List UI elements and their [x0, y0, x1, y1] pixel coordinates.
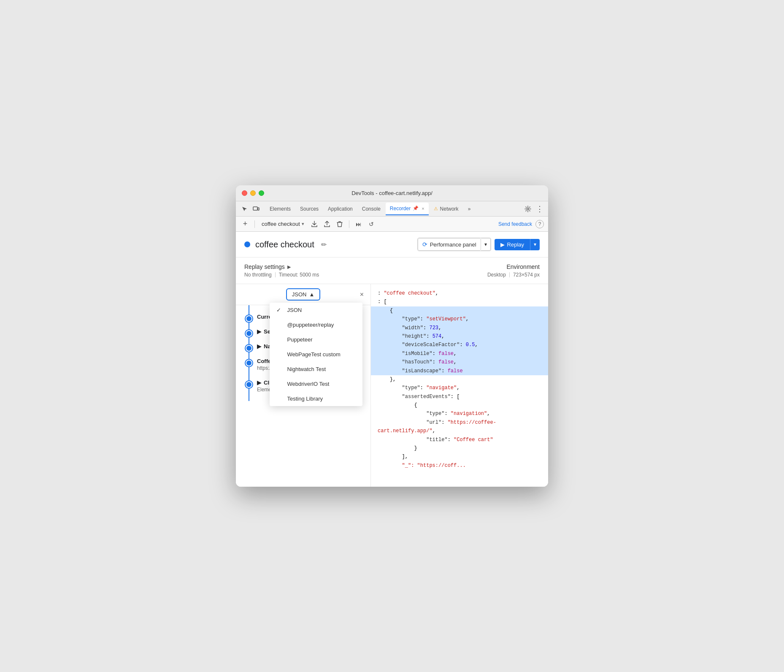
- window-title: DevTools - coffee-cart.netlify.app/: [351, 190, 433, 196]
- replay-button[interactable]: ▶ Replay: [495, 239, 530, 250]
- settings-row: Replay settings ▶ No throttling Timeout:…: [236, 257, 548, 284]
- cursor-icon[interactable]: [239, 204, 249, 214]
- edit-title-icon[interactable]: ✏: [321, 241, 327, 249]
- perf-panel-button[interactable]: ⟳ Performance panel: [418, 238, 481, 251]
- format-bar: JSON ▲ × ✓ JSON @puppeteer/replay: [236, 284, 370, 305]
- expand-arrow-icon-3: ▶: [257, 379, 261, 386]
- tab-bar-right: ⋮: [523, 204, 545, 214]
- tab-network[interactable]: ⚠ Network: [430, 203, 463, 215]
- perf-panel-dropdown[interactable]: ▾: [481, 238, 491, 251]
- recording-indicator: [244, 241, 250, 247]
- format-option-webdriverio[interactable]: WebdriverIO Test: [270, 377, 362, 391]
- title-bar: DevTools - coffee-cart.netlify.app/: [236, 185, 548, 201]
- help-button[interactable]: ?: [535, 220, 544, 228]
- expand-arrow-icon: ▶: [257, 328, 261, 335]
- code-line-20: ],: [378, 453, 541, 461]
- pin-icon: 📌: [413, 206, 419, 211]
- devtools-window: DevTools - coffee-cart.netlify.app/ Elem…: [236, 185, 548, 487]
- delete-icon[interactable]: [335, 219, 345, 229]
- format-option-puppeteer[interactable]: Puppeteer: [270, 332, 362, 347]
- code-line-15: "type": "navigation",: [378, 409, 541, 418]
- tab-close-icon[interactable]: ×: [422, 206, 424, 211]
- tab-application[interactable]: Application: [324, 203, 357, 215]
- replay-play-icon: ▶: [500, 241, 505, 248]
- code-line-7: "deviceScaleFactor": 0.5,: [378, 341, 541, 349]
- more-options-icon[interactable]: ⋮: [535, 204, 545, 214]
- settings-meta: No throttling Timeout: 5000 ms: [244, 272, 319, 278]
- red-traffic-light[interactable]: [242, 190, 247, 196]
- recorder-toolbar: + coffee checkout ▾ ⏭ ↺ Send fee: [236, 217, 548, 232]
- right-pane[interactable]: : "coffee checkout", : [ { "type": "setV…: [371, 284, 548, 487]
- toolbar-separator-1: [254, 220, 255, 228]
- settings-arrow-icon: ▶: [287, 264, 291, 270]
- timeline-dot-5: [246, 381, 252, 388]
- recording-selector[interactable]: coffee checkout ▾: [259, 220, 307, 228]
- format-panel-close-icon[interactable]: ×: [360, 291, 364, 298]
- green-traffic-light[interactable]: [259, 190, 264, 196]
- replay-dropdown-button[interactable]: ▾: [530, 239, 540, 250]
- format-option-webpagetest[interactable]: WebPageTest custom: [270, 347, 362, 362]
- code-line-13: "assertedEvents": [: [378, 393, 541, 401]
- slow-replay-icon[interactable]: ↺: [366, 219, 376, 229]
- recording-header: coffee checkout ✏ ⟳ Performance panel ▾ …: [236, 232, 548, 257]
- settings-icon[interactable]: [523, 204, 533, 214]
- device-icon[interactable]: [251, 204, 261, 214]
- code-line-6: "height": 574,: [378, 332, 541, 341]
- code-line-12: "type": "navigate",: [378, 384, 541, 392]
- replay-settings-toggle[interactable]: Replay settings ▶: [244, 263, 319, 270]
- toolbar-right: Send feedback ?: [498, 220, 544, 228]
- send-feedback-link[interactable]: Send feedback: [498, 221, 532, 227]
- tab-sources[interactable]: Sources: [296, 203, 323, 215]
- code-line-21: "_": "https://coff...: [378, 461, 541, 470]
- format-selector[interactable]: JSON ▲: [286, 288, 321, 301]
- timeline-dot: [246, 315, 252, 322]
- header-actions: ⟳ Performance panel ▾ ▶ Replay ▾: [417, 238, 540, 251]
- toolbar-separator-2: [349, 220, 349, 228]
- yellow-traffic-light[interactable]: [250, 190, 256, 196]
- settings-separator: [275, 272, 276, 277]
- environment-meta: Desktop 723×574 px: [487, 272, 540, 278]
- warning-icon: ⚠: [434, 206, 438, 211]
- chevron-up-icon: ▲: [309, 291, 314, 298]
- recording-title: coffee checkout: [255, 240, 314, 249]
- code-line-10: "isLandscape": false: [378, 367, 541, 375]
- environment-section: Environment Desktop 723×574 px: [487, 263, 540, 278]
- code-line-18: "title": "Coffee cart": [378, 436, 541, 444]
- import-icon[interactable]: [322, 219, 332, 229]
- chevron-down-icon: ▾: [302, 221, 304, 227]
- replay-settings-section: Replay settings ▶ No throttling Timeout:…: [244, 263, 319, 278]
- tab-recorder[interactable]: Recorder 📌 ×: [386, 203, 429, 215]
- tab-elements[interactable]: Elements: [265, 203, 295, 215]
- code-line-11: },: [378, 375, 541, 384]
- perf-panel-icon: ⟳: [422, 241, 427, 248]
- code-line-5: "width": 723,: [378, 324, 541, 332]
- traffic-lights: [242, 190, 264, 196]
- replay-wrapper: ▶ Replay ▾: [495, 239, 540, 250]
- step-replay-icon[interactable]: ⏭: [354, 219, 364, 229]
- format-option-nightwatch[interactable]: Nightwatch Test: [270, 362, 362, 377]
- code-highlighted-block: { "type": "setViewport", "width": 723, "…: [371, 306, 548, 375]
- code-line-3: {: [378, 306, 541, 315]
- left-pane: JSON ▲ × ✓ JSON @puppeteer/replay: [236, 284, 371, 487]
- tab-bar: Elements Sources Application Console Rec…: [236, 201, 548, 217]
- code-line-17: cart.netlify.app/",: [378, 427, 541, 435]
- format-option-puppeteer-replay[interactable]: @puppeteer/replay: [270, 317, 362, 332]
- tab-console[interactable]: Console: [358, 203, 385, 215]
- format-option-testing-library[interactable]: Testing Library: [270, 391, 362, 406]
- code-line-8: "isMobile": false,: [378, 350, 541, 358]
- code-line-16: "url": "https://coffee-: [378, 418, 541, 427]
- env-separator: [509, 272, 510, 277]
- code-line-1: : "coffee checkout",: [378, 289, 541, 298]
- recording-name: coffee checkout: [262, 221, 300, 227]
- export-icon[interactable]: [309, 219, 319, 229]
- svg-point-2: [527, 208, 529, 210]
- timeline-dot-4: [246, 360, 252, 366]
- devtools-controls: [239, 204, 261, 214]
- format-option-json[interactable]: ✓ JSON: [270, 303, 362, 317]
- expand-arrow-icon-2: ▶: [257, 343, 261, 350]
- add-recording-button[interactable]: +: [240, 219, 250, 229]
- code-line-19: }: [378, 444, 541, 453]
- code-line-2: : [: [378, 298, 541, 306]
- tab-more[interactable]: »: [464, 203, 475, 215]
- format-dropdown-menu: ✓ JSON @puppeteer/replay Puppeteer: [270, 303, 362, 406]
